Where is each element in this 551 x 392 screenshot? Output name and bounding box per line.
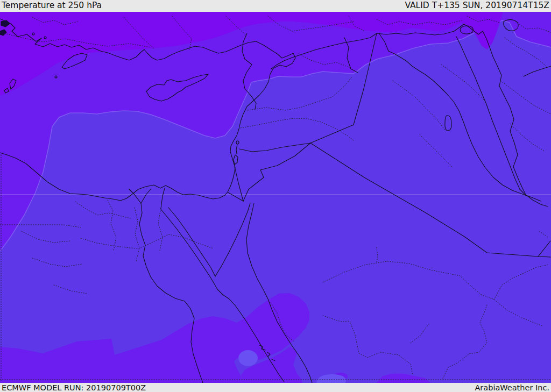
- map-canvas: [0, 12, 551, 383]
- weather-map-screen: Temperature at 250 hPa VALID T+135 SUN, …: [0, 0, 551, 392]
- header-bar: Temperature at 250 hPa VALID T+135 SUN, …: [0, 0, 551, 12]
- brand-label: ArabiaWeather Inc.: [473, 383, 551, 392]
- map-title: Temperature at 250 hPa: [0, 0, 103, 11]
- model-run-label: ECMWF MODEL RUN: 20190709T00Z: [0, 383, 147, 392]
- valid-time-label: VALID T+135 SUN, 20190714T15Z: [403, 0, 551, 11]
- footer-bar: ECMWF MODEL RUN: 20190709T00Z ArabiaWeat…: [0, 383, 551, 392]
- temperature-map-svg: [0, 12, 551, 383]
